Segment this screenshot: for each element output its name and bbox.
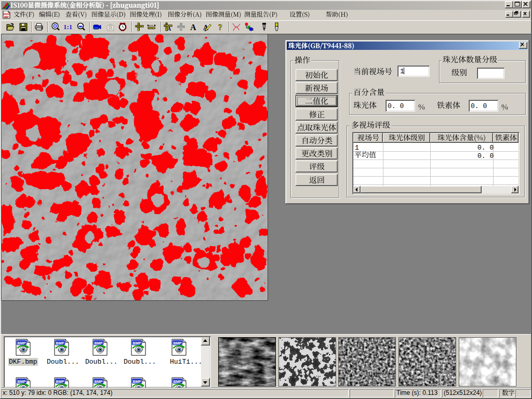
svg-text:DOC: DOC bbox=[4, 12, 11, 16]
svg-text:?: ? bbox=[218, 23, 222, 32]
svg-text:BMP: BMP bbox=[18, 379, 26, 384]
svg-text:BMP: BMP bbox=[133, 379, 141, 384]
svg-text:BMP: BMP bbox=[95, 379, 103, 384]
svg-text:a: a bbox=[248, 25, 250, 30]
svg-text:BMP: BMP bbox=[56, 341, 64, 345]
svg-text:BMP: BMP bbox=[18, 341, 26, 345]
svg-text:BMP: BMP bbox=[56, 379, 64, 384]
svg-text:BMP: BMP bbox=[174, 341, 182, 345]
svg-text:3: 3 bbox=[251, 27, 254, 32]
svg-text:BMP: BMP bbox=[95, 341, 103, 345]
svg-text:1:1: 1:1 bbox=[63, 23, 72, 31]
svg-text:BMP: BMP bbox=[174, 379, 182, 384]
svg-text:A: A bbox=[167, 26, 171, 32]
svg-text:A: A bbox=[190, 23, 196, 32]
svg-text:BMP: BMP bbox=[133, 341, 141, 345]
